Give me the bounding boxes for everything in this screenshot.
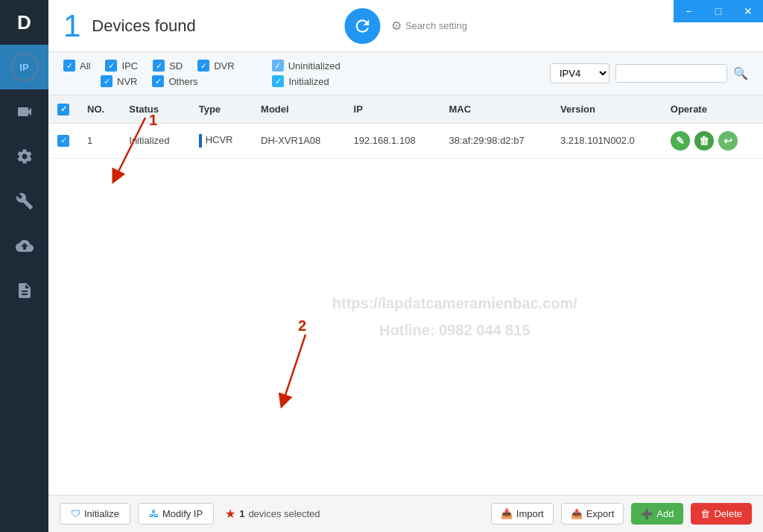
th-status: Status (120, 95, 189, 123)
filter-others[interactable]: Others (152, 75, 197, 87)
th-operate: Operate (662, 95, 763, 123)
select-all-checkbox[interactable]: ✓ (57, 104, 69, 115)
initialized-checkbox[interactable] (272, 75, 284, 87)
filter-all[interactable]: All (63, 60, 90, 72)
th-mac: MAC (440, 95, 551, 123)
type-bar (199, 134, 202, 148)
settings-icon (16, 148, 34, 165)
edit-button[interactable]: ✎ (671, 131, 690, 151)
page-title: Devices found (92, 16, 195, 36)
th-no: NO. (78, 95, 120, 123)
search-icon: 🔍 (733, 66, 748, 80)
sidebar-item-settings[interactable] (0, 134, 48, 179)
svg-line-3 (283, 335, 305, 402)
bottom-right: 📥 Import 📤 Export ➕ Add 🗑 Delete (491, 503, 752, 525)
watermark-line1: https://lapdatcameramienbac.com/ (332, 290, 577, 317)
import-button[interactable]: 📥 Import (491, 503, 554, 525)
filter-sd[interactable]: SD (153, 60, 183, 72)
files-icon (16, 282, 34, 300)
filter-row-2: NVR Others Initialized (63, 75, 542, 87)
row-mac: 38:af:29:98:d2:b7 (440, 123, 551, 158)
operate-buttons: ✎ 🗑 ↩ (671, 131, 754, 151)
all-checkbox[interactable] (63, 60, 75, 72)
nvr-checkbox[interactable] (101, 75, 113, 87)
selected-text: devices selected (248, 508, 320, 519)
gear-icon: ⚙ (391, 19, 402, 33)
uninitialized-checkbox[interactable] (272, 60, 284, 72)
bottom-bar: 🛡 Initialize 🖧 Modify IP ★ 1 devices sel… (48, 495, 763, 532)
shield-icon: 🛡 (71, 508, 80, 519)
row-no: 1 (78, 123, 120, 158)
row-ip: 192.168.1.108 (345, 123, 440, 158)
import-icon: 📥 (501, 508, 513, 519)
filter-ipc[interactable]: IPC (105, 60, 138, 72)
filter-initialized[interactable]: Initialized (272, 75, 329, 87)
header: 1 Devices found ⚙ Search setting − □ ✕ (48, 0, 763, 52)
search-input[interactable] (615, 64, 727, 83)
delete-button[interactable]: 🗑 Delete (691, 503, 752, 525)
delete-device-button[interactable]: 🗑 (694, 131, 714, 151)
filter-uninitialized[interactable]: Uninitialized (272, 60, 341, 72)
sidebar-item-upload[interactable] (0, 224, 48, 268)
add-icon: ➕ (641, 508, 653, 519)
minimize-button[interactable]: − (674, 0, 703, 22)
initialize-button[interactable]: 🛡 Initialize (60, 503, 130, 525)
row-select: ✓ (48, 123, 78, 158)
devices-table: ✓ NO. Status Type Model IP MAC Version O… (48, 95, 763, 159)
filter-checkboxes: All IPC SD DVR Uninitialized (63, 60, 542, 87)
modify-ip-icon: 🖧 (149, 508, 159, 519)
row-type: HCVR (190, 123, 252, 158)
refresh-button[interactable] (344, 8, 380, 44)
device-count: 1 (63, 10, 80, 42)
search-setting-button[interactable]: ⚙ Search setting (391, 19, 467, 33)
selected-count: 1 (239, 508, 244, 519)
watermark: https://lapdatcameramienbac.com/ Hotline… (332, 290, 577, 343)
sd-checkbox[interactable] (153, 60, 165, 72)
dvr-checkbox[interactable] (197, 60, 209, 72)
main-content: 1 Devices found ⚙ Search setting − □ ✕ (48, 0, 763, 532)
add-button[interactable]: ➕ Add (631, 503, 683, 525)
sidebar: D IP (0, 0, 48, 532)
table-header-row: ✓ NO. Status Type Model IP MAC Version O… (48, 95, 763, 123)
table-area: ✓ NO. Status Type Model IP MAC Version O… (48, 95, 763, 495)
maximize-button[interactable]: □ (703, 0, 733, 22)
others-checkbox[interactable] (152, 75, 164, 87)
app-logo[interactable]: D (0, 0, 48, 45)
export-icon: 📤 (571, 508, 583, 519)
export-button[interactable]: 📤 Export (561, 503, 624, 525)
svg-text:2: 2 (298, 317, 306, 334)
ipv4-select[interactable]: IPV4 IPV6 (550, 63, 610, 83)
filter-nvr[interactable]: NVR (101, 75, 137, 87)
modify-ip-button[interactable]: 🖧 Modify IP (138, 503, 214, 525)
th-ip: IP (345, 95, 440, 123)
refresh-device-button[interactable]: ↩ (718, 131, 738, 151)
refresh-icon (352, 16, 372, 36)
sidebar-item-files[interactable] (0, 268, 48, 313)
header-center: ⚙ Search setting (344, 8, 467, 44)
sidebar-item-ip[interactable]: IP (0, 45, 48, 89)
sidebar-item-camera[interactable] (0, 89, 48, 134)
close-button[interactable]: ✕ (733, 0, 763, 22)
th-version: Version (551, 95, 662, 123)
th-type: Type (190, 95, 252, 123)
ip-icon: IP (10, 53, 39, 81)
watermark-line2: Hotline: 0982 044 815 (332, 317, 577, 343)
arrow-2-svg: 2 (257, 316, 346, 413)
selected-info: ★ 1 devices selected (225, 507, 320, 521)
table-row: ✓ 1 Initialized HCVR DH-XVR1A08 192.168.… (48, 123, 763, 158)
upload-icon (16, 237, 34, 255)
row-status: Initialized (120, 123, 189, 158)
th-model: Model (252, 95, 344, 123)
camera-icon (16, 103, 34, 121)
row-operate: ✎ 🗑 ↩ (662, 123, 763, 158)
sidebar-item-tools[interactable] (0, 179, 48, 224)
row-checkbox[interactable]: ✓ (57, 135, 69, 147)
search-setting-label: Search setting (405, 20, 467, 31)
filter-row-1: All IPC SD DVR Uninitialized (63, 60, 542, 72)
search-button[interactable]: 🔍 (733, 66, 748, 80)
trash-icon: 🗑 (700, 508, 710, 519)
window-controls: − □ ✕ (674, 0, 763, 22)
filter-bar: All IPC SD DVR Uninitialized (48, 52, 763, 95)
ipc-checkbox[interactable] (105, 60, 117, 72)
filter-dvr[interactable]: DVR (197, 60, 234, 72)
